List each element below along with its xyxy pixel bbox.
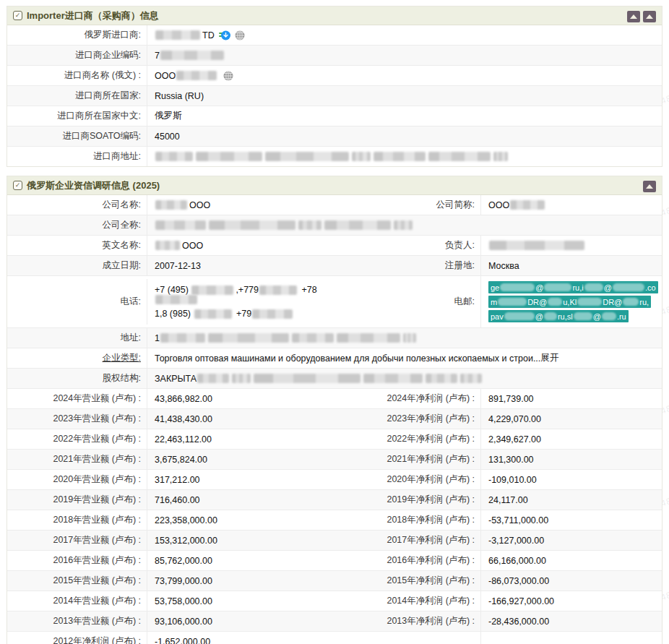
value-text: 85,762,000.00 [155,556,212,566]
value-text: 891,739.00 [488,394,534,404]
globe-icon[interactable] [235,30,245,40]
table-row: 2021年营业额 (卢布) :3,675,824.002021年净利润 (卢布)… [7,449,662,469]
table-row: 2022年营业额 (卢布) :22,463,112.002022年净利润 (卢布… [7,429,662,449]
email-address[interactable]: mDR@u,KlDR@ru, [488,296,651,308]
field-value: 43,866,982.00 [147,389,340,408]
redacted-text [160,51,224,60]
field-value: 3,675,824.00 [147,450,340,469]
redacted-text [209,220,295,230]
expand-link[interactable]: 展开 [540,352,558,364]
table-row: 2023年营业额 (卢布) :41,438,430.002023年净利润 (卢布… [7,408,662,429]
field-label: 电邮: [340,292,480,312]
email-text-fragment: m [491,298,497,306]
table-row: 进口商SOATO编码:45000 [7,126,662,146]
redacted-text [155,152,193,161]
value-text: 3,675,824.00 [155,455,207,465]
field-label: 2022年营业额 (卢布) : [7,429,147,449]
page: ✓ Importer进口商（采购商）信息 俄罗斯进口商:TD进口商企业编码:7进… [0,0,669,644]
collapse-up-button[interactable] [627,11,640,22]
field-label[interactable]: 企业类型: [7,348,147,368]
table-row: 2016年营业额 (卢布) :85,762,000.002016年净利润 (卢布… [7,550,662,570]
redacted-email-part [504,312,535,320]
value-text: 41,438,430.00 [155,414,212,424]
table-row: 公司名称:OOO公司简称:OOO [7,195,662,215]
field-label: 2024年营业额 (卢布) : [7,389,147,408]
value-text: 24,117.00 [488,495,528,505]
value-text: 716,460.00 [155,495,200,505]
collapse-up-button[interactable] [643,11,656,22]
email-text-fragment: ru,sl [558,312,573,321]
redacted-email-part [498,298,527,306]
globe-icon[interactable] [223,71,233,81]
table-row: 2014年营业额 (卢布) :53,758,000.002014年净利润 (卢布… [7,591,662,611]
redacted-text [265,152,349,161]
field-value [480,236,662,255]
value-text: +7 (495) [155,285,191,295]
email-text-fragment: .ru [617,312,626,321]
field-value: 4,229,070.00 [480,409,662,429]
field-value: 7 [147,46,662,65]
value-text: 66,166,000.00 [488,556,546,566]
field-label: 2018年净利润 (卢布) : [340,510,480,530]
redacted-text [232,374,251,383]
redacted-text [252,309,293,319]
field-value: 317,212.00 [147,470,340,489]
email-address[interactable]: pav@ru,sl@.ru [488,310,629,322]
redacted-text [460,374,482,383]
value-text: TD [202,30,215,40]
redacted-text [196,152,262,161]
value-text: 1 [155,333,160,343]
field-value: 153,312,000.00 [147,531,340,550]
redacted-text [254,374,361,383]
field-label: 2023年营业额 (卢布) : [7,409,147,429]
field-value: 俄罗斯 [147,106,662,126]
redacted-text [428,152,491,161]
table-row: 2024年营业额 (卢布) :43,866,982.002024年净利润 (卢布… [7,388,662,408]
collapse-button-group [640,179,656,192]
redacted-text [324,220,391,230]
field-value [480,632,662,644]
triangle-up-icon [646,14,653,19]
field-value: TD [147,25,662,45]
table-row: 进口商所在国家中文:俄罗斯 [7,106,662,126]
contact-icon[interactable] [219,30,230,41]
table-row: 2020年营业额 (卢布) :317,212.002020年净利润 (卢布) :… [7,469,662,489]
field-label: 2013年净利润 (卢布) : [340,611,480,631]
triangle-up-icon [630,14,637,19]
field-value: 66,166,000.00 [480,551,662,570]
redacted-text [403,333,416,343]
redacted-text [259,285,297,295]
field-value: -53,711,000.00 [480,510,662,530]
value-text: Russia (RU) [155,91,204,101]
field-label: 进口商所在国家: [7,86,147,106]
value-text: 131,300.00 [488,455,534,465]
field-value: ge@ru,i@.comDR@u,KlDR@ru,pav@ru,sl@.ru [480,276,665,327]
field-label: 2013年营业额 (卢布) : [7,611,147,631]
value-text: -28,436,000.00 [488,617,549,627]
redacted-text [194,309,232,319]
collapse-up-button[interactable] [643,181,656,192]
field-value: 73,799,000.00 [147,571,340,591]
field-label: 股权结构: [7,369,147,388]
table-row: 进口商名称 (俄文) :OOO [7,65,662,85]
redacted-text [197,374,229,383]
field-label: 进口商所在国家中文: [7,106,147,126]
field-value: -166,927,000.00 [480,591,662,611]
table-row: 俄罗斯进口商:TD [7,25,662,45]
table-row: 进口商地址: [7,146,662,166]
value-text: 2007-12-13 [155,261,201,271]
redacted-text [337,333,400,343]
value-text: 317,212.00 [155,475,200,485]
field-label: 俄罗斯进口商: [7,25,147,45]
field-label: 2024年净利润 (卢布) : [340,389,480,408]
field-label: 2021年营业额 (卢布) : [7,450,147,469]
email-text-fragment: @ [593,312,601,321]
field-label: 进口商企业编码: [7,46,147,65]
value-text: 22,463,112.00 [155,434,212,445]
email-address[interactable]: ge@ru,i@.co [488,281,658,293]
section-title: 俄罗斯企业资信调研信息 (2025) [27,179,160,192]
redacted-text [160,333,205,343]
redacted-email-part [500,283,535,291]
table-row: 2015年营业额 (卢布) :73,799,000.002015年净利润 (卢布… [7,570,662,591]
value-text: Москва [488,261,519,271]
